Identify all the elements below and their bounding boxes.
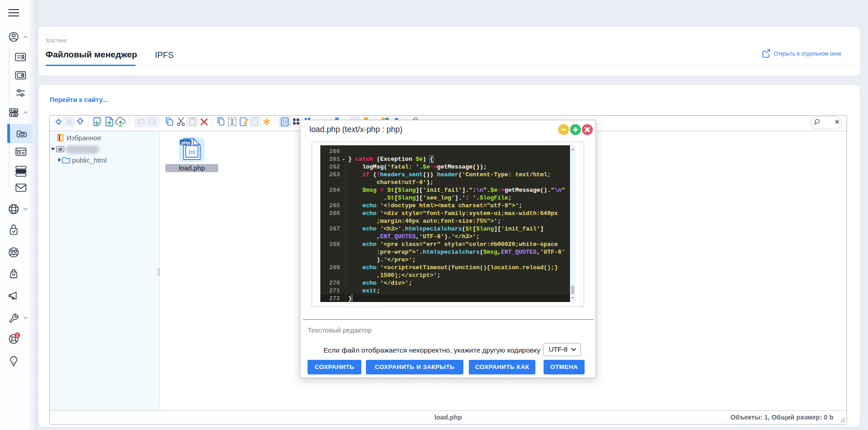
svg-text:public_html: public_html xyxy=(72,156,107,164)
svg-text:1: 1 xyxy=(16,333,18,338)
svg-text:php: php xyxy=(181,140,190,145)
svg-text:(x): (x) xyxy=(189,149,195,154)
svg-text:Избранное: Избранное xyxy=(67,134,101,142)
